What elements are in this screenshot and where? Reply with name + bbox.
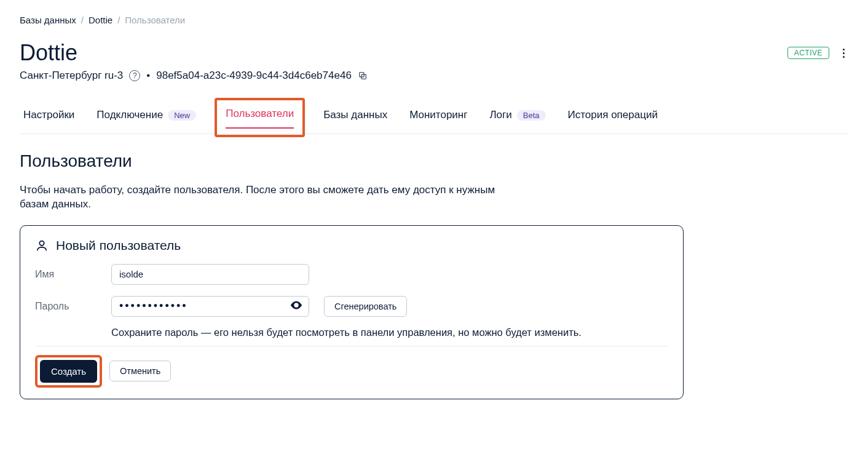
- tab-databases[interactable]: Базы данных: [320, 105, 391, 130]
- tab-connection[interactable]: Подключение New: [93, 105, 200, 130]
- tab-monitoring[interactable]: Мониторинг: [406, 105, 471, 130]
- tab-label: Логи: [489, 109, 511, 121]
- name-input[interactable]: [111, 264, 309, 285]
- meta-separator: •: [146, 70, 150, 82]
- svg-point-2: [39, 241, 44, 245]
- new-user-card: Новый пользователь Имя Пароль Сгенериров…: [20, 225, 684, 399]
- page-title: Dottie: [20, 40, 77, 66]
- tab-label: Подключение: [97, 109, 163, 121]
- region-label: Санкт-Петербург ru-3: [20, 70, 123, 82]
- copy-icon[interactable]: [358, 71, 368, 81]
- more-actions-button[interactable]: [839, 45, 848, 62]
- create-button-highlight: Создать: [35, 355, 102, 388]
- help-icon[interactable]: ?: [129, 70, 140, 81]
- person-icon: [35, 239, 49, 252]
- intro-text: Чтобы начать работу, создайте пользовате…: [20, 183, 499, 212]
- password-label: Пароль: [35, 301, 97, 312]
- cancel-button[interactable]: Отменить: [109, 361, 171, 381]
- card-header: Новый пользователь: [35, 238, 668, 253]
- tab-settings[interactable]: Настройки: [20, 105, 78, 130]
- svg-point-3: [295, 304, 298, 306]
- new-chip: New: [168, 110, 196, 121]
- breadcrumb-separator: /: [81, 15, 84, 25]
- card-title: Новый пользователь: [56, 238, 181, 253]
- name-label: Имя: [35, 269, 97, 280]
- tab-users[interactable]: Пользователи: [222, 104, 298, 129]
- field-name: Имя: [35, 264, 668, 285]
- tabs: Настройки Подключение New Пользователи Б…: [20, 102, 848, 134]
- password-input-wrap: [111, 296, 309, 317]
- tab-logs[interactable]: Логи Beta: [486, 105, 549, 130]
- breadcrumb-current: Пользователи: [125, 15, 185, 25]
- tab-history[interactable]: История операций: [564, 105, 661, 130]
- tab-users-highlight: Пользователи: [215, 98, 305, 137]
- resource-uuid: 98ef5a04-a23c-4939-9c44-3d4c6eb74e46: [156, 70, 352, 82]
- tab-label: История операций: [568, 109, 658, 121]
- card-actions: Создать Отменить: [35, 355, 668, 388]
- section-title: Пользователи: [20, 151, 848, 171]
- divider: [35, 346, 668, 346]
- tab-label: Мониторинг: [409, 109, 467, 121]
- header-actions: ACTIVE: [787, 45, 848, 62]
- password-hint: Сохраните пароль — его нельзя будет посм…: [111, 327, 668, 338]
- beta-chip: Beta: [517, 110, 546, 121]
- password-input[interactable]: [111, 296, 309, 317]
- tab-label: Базы данных: [323, 109, 387, 121]
- breadcrumb: Базы данных / Dottie / Пользователи: [20, 15, 848, 25]
- tab-label: Настройки: [23, 109, 74, 121]
- field-password: Пароль Сгенерировать: [35, 296, 668, 317]
- eye-icon[interactable]: [290, 298, 303, 314]
- breadcrumb-dottie[interactable]: Dottie: [89, 15, 112, 25]
- generate-password-button[interactable]: Сгенерировать: [324, 296, 407, 317]
- status-badge: ACTIVE: [787, 47, 829, 59]
- tab-label: Пользователи: [226, 108, 294, 120]
- resource-meta: Санкт-Петербург ru-3 ? • 98ef5a04-a23c-4…: [20, 70, 848, 82]
- breadcrumb-separator: /: [117, 15, 120, 25]
- create-button[interactable]: Создать: [40, 360, 97, 383]
- page-header: Dottie ACTIVE: [20, 40, 848, 66]
- breadcrumb-databases[interactable]: Базы данных: [20, 15, 76, 25]
